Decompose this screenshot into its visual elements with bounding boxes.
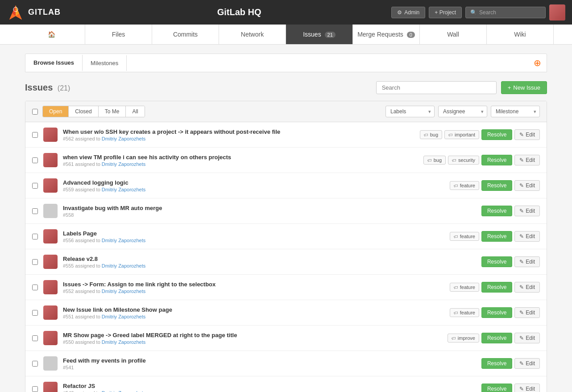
- resolve-button[interactable]: Resolve: [481, 333, 512, 343]
- tab-wall-link[interactable]: Wall: [420, 25, 487, 44]
- issue-checkbox[interactable]: [32, 234, 38, 239]
- issue-avatar: [43, 255, 58, 269]
- issue-title[interactable]: Labels Page: [63, 230, 444, 237]
- resolve-button[interactable]: Resolve: [481, 307, 512, 318]
- issue-title[interactable]: MR Show page -> Greed label MERGED at ri…: [63, 332, 442, 338]
- header-actions: ⚙ Admin + Project 🔍: [391, 4, 565, 21]
- tab-merge-requests-link[interactable]: Merge Requests 0: [353, 25, 420, 44]
- milestone-filter-select[interactable]: Milestone: [491, 106, 540, 117]
- new-issue-button[interactable]: + New Issue: [501, 81, 547, 94]
- tab-wiki[interactable]: Wiki: [487, 25, 554, 44]
- logo[interactable]: GITLAB: [7, 4, 87, 21]
- resolve-button[interactable]: Resolve: [481, 206, 512, 216]
- issue-checkbox[interactable]: [32, 310, 38, 316]
- edit-button[interactable]: ✎Edit: [514, 206, 540, 216]
- edit-button[interactable]: ✎Edit: [514, 282, 540, 293]
- resolve-button[interactable]: Resolve: [481, 282, 512, 293]
- issue-checkbox[interactable]: [32, 386, 38, 392]
- tab-home-link[interactable]: 🏠: [18, 25, 85, 44]
- issue-checkbox[interactable]: [32, 208, 38, 214]
- header-search[interactable]: 🔍: [465, 7, 546, 18]
- sub-tab-browse-issues[interactable]: Browse Issues: [25, 55, 83, 71]
- rss-icon[interactable]: ⊕: [528, 54, 547, 72]
- issue-checkbox[interactable]: [32, 259, 38, 265]
- issue-row: Issues -> Form: Assign to me link right …: [25, 275, 547, 300]
- filter-all-button[interactable]: All: [126, 106, 144, 117]
- issues-search-input[interactable]: [376, 81, 497, 94]
- tab-files[interactable]: Files: [85, 25, 152, 44]
- issue-checkbox[interactable]: [32, 335, 38, 341]
- assignee-link[interactable]: Dmitriy Zaporozhets: [102, 390, 145, 392]
- assignee-link[interactable]: Dmitriy Zaporozhets: [102, 187, 145, 192]
- tab-commits-link[interactable]: Commits: [152, 25, 219, 44]
- assignee-link[interactable]: Dmitriy Zaporozhets: [102, 136, 145, 141]
- issue-checkbox[interactable]: [32, 183, 38, 189]
- filter-open-button[interactable]: Open: [43, 106, 69, 117]
- issue-title[interactable]: when view TM profile i can see his activ…: [63, 154, 418, 161]
- labels-filter-select[interactable]: Labels: [385, 106, 435, 117]
- tab-wiki-link[interactable]: Wiki: [487, 25, 554, 44]
- issue-checkbox[interactable]: [32, 157, 38, 163]
- user-avatar[interactable]: [549, 4, 565, 21]
- issue-checkbox[interactable]: [32, 285, 38, 290]
- tab-network-link[interactable]: Network: [219, 25, 286, 44]
- resolve-button[interactable]: Resolve: [481, 231, 512, 242]
- tab-home[interactable]: 🏠: [18, 25, 85, 44]
- header-search-input[interactable]: [479, 9, 542, 16]
- edit-button[interactable]: ✎Edit: [514, 231, 540, 242]
- edit-button[interactable]: ✎Edit: [514, 333, 540, 343]
- edit-button[interactable]: ✎Edit: [514, 307, 540, 318]
- filter-to-me-button[interactable]: To Me: [99, 106, 126, 117]
- issue-title[interactable]: Release v2.8: [63, 256, 476, 262]
- assignee-link[interactable]: Dmitriy Zaporozhets: [102, 238, 145, 243]
- project-button[interactable]: + Project: [429, 7, 462, 18]
- resolve-button[interactable]: Resolve: [481, 384, 512, 392]
- assignee-link[interactable]: Dmitriy Zaporozhets: [102, 289, 145, 294]
- sub-tab-milestones[interactable]: Milestones: [83, 55, 127, 71]
- assignee-link[interactable]: Dmitriy Zaporozhets: [102, 314, 145, 319]
- resolve-button[interactable]: Resolve: [481, 129, 512, 140]
- issue-meta: #552 assigned to Dmitriy Zaporozhets: [63, 289, 444, 294]
- issue-actions: 🏷bug🏷important Resolve ✎Edit: [420, 129, 540, 140]
- edit-button[interactable]: ✎Edit: [514, 129, 540, 140]
- tag-icon: 🏷: [454, 183, 458, 188]
- edit-button[interactable]: ✎Edit: [514, 256, 540, 267]
- edit-button[interactable]: ✎Edit: [514, 384, 540, 392]
- resolve-button[interactable]: Resolve: [481, 155, 512, 165]
- issue-title[interactable]: New Issue link on Milestone Show page: [63, 306, 444, 313]
- resolve-button[interactable]: Resolve: [481, 256, 512, 267]
- issue-title[interactable]: When user w/o SSH key creates a project …: [63, 128, 414, 135]
- edit-button[interactable]: ✎Edit: [514, 358, 540, 369]
- assignee-link[interactable]: Dmitriy Zaporozhets: [102, 263, 145, 268]
- issue-title[interactable]: Invastigate bug with MR auto merge: [63, 205, 476, 211]
- nav-tabs-container: 🏠 Files Commits Network Issues 21 Merge …: [0, 25, 572, 45]
- pencil-icon: ✎: [519, 309, 524, 316]
- issue-title[interactable]: Issues -> Form: Assign to me link right …: [63, 281, 444, 288]
- select-all-checkbox[interactable]: [32, 109, 38, 115]
- assignee-link[interactable]: Dmitriy Zaporozhets: [102, 339, 145, 345]
- issue-checkbox[interactable]: [32, 132, 38, 138]
- pencil-icon: ✎: [519, 208, 524, 214]
- issue-checkbox[interactable]: [32, 361, 38, 367]
- tab-network[interactable]: Network: [219, 25, 286, 44]
- issue-title[interactable]: Refactor JS: [63, 383, 476, 389]
- resolve-button[interactable]: Resolve: [481, 358, 512, 369]
- tab-issues[interactable]: Issues 21: [286, 25, 353, 44]
- filter-closed-button[interactable]: Closed: [69, 106, 98, 117]
- resolve-button[interactable]: Resolve: [481, 180, 512, 191]
- issue-actions: 🏷feature Resolve ✎Edit: [450, 180, 540, 191]
- edit-button[interactable]: ✎Edit: [514, 180, 540, 191]
- assignee-link[interactable]: Dmitriy Zaporozhets: [102, 161, 145, 167]
- issue-title[interactable]: Feed with my events in profile: [63, 357, 476, 364]
- issue-actions: 🏷feature Resolve ✎Edit: [450, 231, 540, 242]
- admin-button[interactable]: ⚙ Admin: [391, 7, 425, 18]
- issue-title[interactable]: Advanced logging logic: [63, 179, 444, 186]
- tab-merge-requests[interactable]: Merge Requests 0: [353, 25, 420, 44]
- tab-commits[interactable]: Commits: [152, 25, 219, 44]
- issue-row: when view TM profile i can see his activ…: [25, 148, 547, 173]
- tab-wall[interactable]: Wall: [420, 25, 487, 44]
- tab-issues-link[interactable]: Issues 21: [286, 25, 353, 44]
- tab-files-link[interactable]: Files: [85, 25, 152, 44]
- edit-button[interactable]: ✎Edit: [514, 155, 540, 165]
- assignee-filter-select[interactable]: Assignee: [438, 106, 487, 117]
